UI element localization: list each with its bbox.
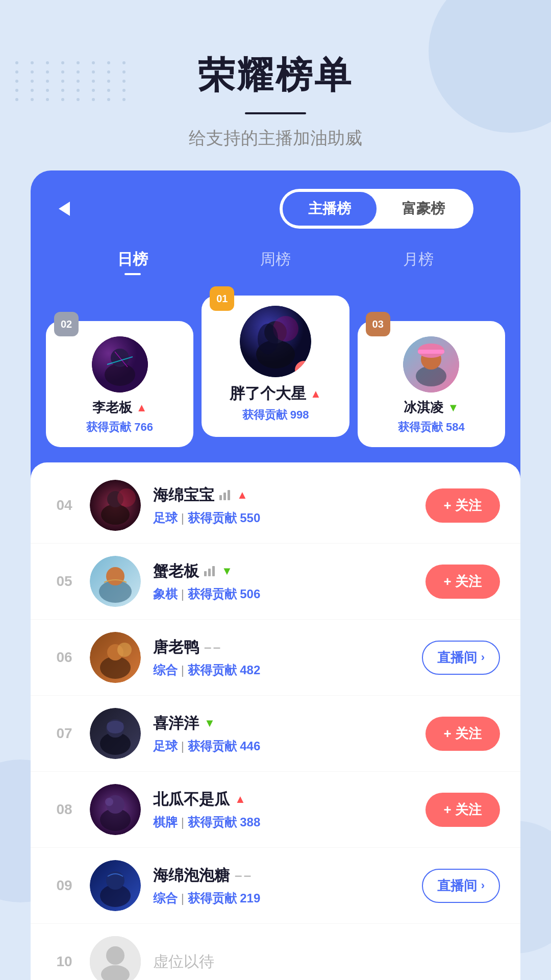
- back-arrow-icon: [59, 202, 70, 216]
- list-item: 06 唐老鸭 – – 综合 | 获得贡献 482: [31, 620, 520, 696]
- main-tab-switcher: 主播榜 富豪榜: [280, 189, 473, 229]
- rank-07: 07: [51, 725, 78, 742]
- rank1-contribution: 获得贡献 998: [210, 407, 341, 423]
- top-nav: 主播榜 富豪榜: [31, 170, 520, 239]
- trend-08: ▲: [235, 793, 246, 806]
- svg-point-33: [117, 643, 132, 657]
- rank2-name: 李老板 ▲: [54, 399, 185, 416]
- rank1-avatar: [240, 306, 311, 377]
- podium-rank1: 01: [202, 296, 349, 437]
- name-05: 蟹老板 ▼: [153, 561, 425, 582]
- list-section: 04 海绵宝宝: [31, 462, 520, 980]
- rank3-avatar-img: [403, 336, 459, 393]
- sub-tab-daily[interactable]: 日榜: [107, 244, 158, 275]
- rank1-mic-icon: [295, 361, 311, 377]
- rank1-trend-icon: ▲: [310, 387, 321, 401]
- placeholder-name: 虚位以待: [153, 951, 500, 972]
- avatar-08: [90, 784, 141, 835]
- rank2-badge: 02: [54, 312, 79, 336]
- name-07: 喜洋洋 ▼: [153, 713, 425, 734]
- meta-09: 综合 | 获得贡献 219: [153, 890, 422, 906]
- avatar-04: [90, 480, 141, 531]
- live-btn-09[interactable]: 直播间 ›: [422, 869, 500, 903]
- tab-rich[interactable]: 富豪榜: [377, 192, 470, 226]
- name-08: 北瓜不是瓜 ▲: [153, 789, 425, 810]
- page-title: 荣耀榜单: [0, 51, 551, 100]
- meta-08: 棋牌 | 获得贡献 388: [153, 814, 425, 830]
- rank2-avatar-img: [92, 336, 148, 393]
- podium: 02: [31, 296, 520, 447]
- svg-rect-16: [418, 350, 444, 354]
- podium-rank2: 02: [46, 321, 193, 447]
- info-10-placeholder: 虚位以待: [153, 951, 500, 972]
- svg-rect-22: [223, 493, 226, 500]
- info-06: 唐老鸭 – – 综合 | 获得贡献 482: [153, 637, 422, 678]
- avatar-09: [90, 860, 141, 911]
- svg-rect-10: [303, 366, 306, 371]
- list-item: 04 海绵宝宝: [31, 468, 520, 544]
- avatar-placeholder: [90, 936, 141, 980]
- live-btn-06[interactable]: 直播间 ›: [422, 641, 500, 675]
- svg-rect-21: [219, 495, 222, 500]
- info-09: 海绵泡泡糖 – – 综合 | 获得贡献 219: [153, 865, 422, 906]
- info-04: 海绵宝宝 ▲ 足球 | 获得贡献 550: [153, 485, 425, 526]
- rank3-contribution: 获得贡献 584: [366, 420, 497, 435]
- list-item-placeholder: 10 虚位以待: [31, 924, 520, 980]
- list-item: 08 北瓜不是瓜 ▲ 棋牌 | 获得贡献 388 +: [31, 772, 520, 848]
- svg-rect-23: [228, 490, 230, 500]
- rank2-contribution: 获得贡献 766: [54, 420, 185, 435]
- rank3-avatar: [403, 336, 459, 393]
- info-08: 北瓜不是瓜 ▲ 棋牌 | 获得贡献 388: [153, 789, 425, 830]
- rank3-trend-icon: ▼: [447, 401, 459, 414]
- sub-tabs: 日榜 周榜 月榜: [31, 239, 520, 290]
- trend-07: ▼: [204, 717, 215, 730]
- sub-tab-monthly[interactable]: 月榜: [393, 244, 444, 275]
- rank3-name: 冰淇凌 ▼: [366, 399, 497, 416]
- meta-04: 足球 | 获得贡献 550: [153, 510, 425, 526]
- avatar-05: [90, 556, 141, 607]
- follow-btn-08[interactable]: + 关注: [425, 793, 500, 827]
- meta-07: 足球 | 获得贡献 446: [153, 738, 425, 754]
- rank-06: 06: [51, 649, 78, 666]
- follow-btn-07[interactable]: + 关注: [425, 717, 500, 751]
- podium-rank3: 03: [358, 321, 505, 447]
- list-item: 05 蟹老板: [31, 544, 520, 620]
- svg-point-20: [117, 488, 136, 507]
- svg-point-45: [106, 946, 124, 965]
- avatar-06: [90, 632, 141, 683]
- rank2-trend-icon: ▲: [136, 401, 147, 414]
- meta-05: 象棋 | 获得贡献 506: [153, 586, 425, 602]
- svg-point-40: [105, 798, 113, 806]
- trend-04: ▲: [237, 488, 248, 502]
- rank-04: 04: [51, 497, 78, 513]
- rank3-badge: 03: [366, 312, 390, 336]
- header-subtitle: 给支持的主播加油助威: [0, 127, 551, 150]
- rank1-badge: 01: [210, 286, 234, 311]
- meta-06: 综合 | 获得贡献 482: [153, 662, 422, 678]
- info-05: 蟹老板 ▼ 象棋 | 获得贡献 506: [153, 561, 425, 602]
- svg-point-9: [258, 324, 278, 354]
- rank1-name: 胖了个大星 ▲: [210, 383, 341, 404]
- sub-tab-weekly[interactable]: 周榜: [250, 244, 301, 275]
- svg-rect-29: [212, 566, 215, 576]
- info-07: 喜洋洋 ▼ 足球 | 获得贡献 446: [153, 713, 425, 754]
- follow-btn-04[interactable]: + 关注: [425, 488, 500, 523]
- name-06: 唐老鸭 – –: [153, 637, 422, 658]
- back-button[interactable]: [51, 195, 78, 222]
- bar-icon-05: [204, 562, 216, 580]
- rank-09: 09: [51, 877, 78, 894]
- bar-icon-04: [219, 486, 232, 504]
- svg-rect-28: [208, 569, 211, 576]
- list-item: 07 喜洋洋 ▼ 足球 | 获得贡献 446 + 关注: [31, 696, 520, 772]
- rank2-avatar: [92, 336, 148, 393]
- svg-rect-27: [204, 571, 207, 576]
- live-btn-arrow-icon: ›: [481, 651, 485, 664]
- trend-05: ▼: [221, 565, 233, 578]
- follow-btn-05[interactable]: + 关注: [425, 565, 500, 599]
- rank-10: 10: [51, 953, 78, 970]
- tab-anchor[interactable]: 主播榜: [283, 192, 377, 226]
- header: 荣耀榜单 给支持的主播加油助威: [0, 0, 551, 170]
- rank-05: 05: [51, 573, 78, 590]
- avatar-07: [90, 708, 141, 759]
- list-item: 09 海绵泡泡糖 – – 综合 | 获得贡献 219: [31, 848, 520, 924]
